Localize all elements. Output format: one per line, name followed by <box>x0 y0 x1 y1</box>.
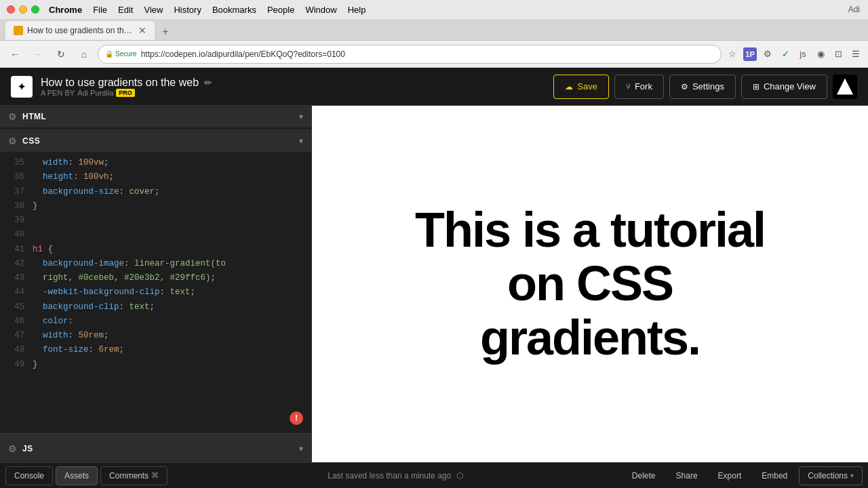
extension-icon-4[interactable]: js <box>796 47 810 61</box>
change-view-button[interactable]: ⊞ Change View <box>741 75 827 99</box>
menu-edit[interactable]: Edit <box>118 5 133 15</box>
export-button[interactable]: Export <box>709 466 751 485</box>
code-line-48: 48 font-size: 6rem; <box>0 343 311 357</box>
js-editor-header: ⚙ JS ▾ <box>0 438 311 460</box>
menu-file[interactable]: File <box>93 5 107 15</box>
external-link-icon[interactable]: ⬡ <box>456 471 463 481</box>
code-line-37: 37 background-size: cover; <box>0 185 311 199</box>
tab-title: How to use gradients on the w... <box>27 26 134 35</box>
pro-badge: PRO <box>116 89 135 97</box>
code-line-41: 41 h1 { <box>0 243 311 257</box>
main-content: ⚙ HTML ▾ ⚙ CSS ▾ 35 width: 100vw; <box>0 106 868 462</box>
tab-close-button[interactable]: ✕ <box>138 25 146 36</box>
extension-icon-5[interactable]: ◉ <box>814 47 827 61</box>
collections-button[interactable]: Collections ▾ <box>799 466 863 485</box>
fork-icon: ⑂ <box>626 82 631 92</box>
preview-content: This is a tutorial on CSS gradients. <box>388 176 792 392</box>
preview-heading-line3: gradients. <box>480 310 700 365</box>
css-label: CSS <box>22 136 40 146</box>
extension-icon-1[interactable]: 1P <box>743 47 757 61</box>
forward-button[interactable]: → <box>28 45 47 64</box>
code-line-46: 46 color: <box>0 314 311 329</box>
extension-icon-3[interactable]: ✓ <box>778 47 792 61</box>
css-collapse-icon[interactable]: ▾ <box>299 136 303 146</box>
reload-button[interactable]: ↻ <box>52 45 71 64</box>
save-button[interactable]: ☁ Save <box>553 75 609 99</box>
bookmark-star-icon[interactable]: ☆ <box>726 47 739 61</box>
url-text: https://codepen.io/adipurdila/pen/EbKQoQ… <box>141 49 714 59</box>
editor-panel: ⚙ HTML ▾ ⚙ CSS ▾ 35 width: 100vw; <box>0 106 312 462</box>
menu-view[interactable]: View <box>144 5 163 15</box>
js-header-left: ⚙ JS <box>8 443 33 454</box>
code-line-39: 39 <box>0 214 311 228</box>
comments-label: Comments <box>109 471 149 481</box>
bottom-bar: Console Assets Comments ⌘ Last saved les… <box>0 462 868 488</box>
fork-label: Fork <box>635 81 652 92</box>
user-name: Adi <box>848 5 860 14</box>
code-line-45: 45 background-clip: text; <box>0 300 311 314</box>
html-collapse-icon[interactable]: ▾ <box>299 112 303 121</box>
assets-label: Assets <box>64 471 89 481</box>
js-collapse-icon[interactable]: ▾ <box>299 444 303 453</box>
code-line-43: 43 right, #0cebeb, #20e3b2, #29ffc6); <box>0 271 311 285</box>
edit-title-icon[interactable]: ✏ <box>204 77 212 88</box>
lock-icon: 🔒 <box>105 50 113 58</box>
menu-history[interactable]: History <box>174 5 201 15</box>
code-line-49: 49 } <box>0 358 311 372</box>
fullscreen-window-button[interactable] <box>31 5 39 14</box>
css-code-area[interactable]: 35 width: 100vw; 36 height: 100vh; 37 ba… <box>0 152 311 376</box>
comments-button[interactable]: Comments ⌘ <box>100 466 167 485</box>
html-header-left: ⚙ HTML <box>8 111 46 122</box>
collections-dropdown-arrow: ▾ <box>850 472 854 479</box>
css-editor-header: ⚙ CSS ▾ <box>0 130 311 152</box>
bottom-action-buttons: Delete Share Export Embed Collections ▾ <box>623 466 863 485</box>
html-gear-icon[interactable]: ⚙ <box>8 111 17 122</box>
code-line-47: 47 width: 50rem; <box>0 329 311 343</box>
new-tab-button[interactable]: + <box>157 24 174 40</box>
console-label: Console <box>14 471 44 481</box>
menu-chrome[interactable]: Chrome <box>49 5 82 15</box>
settings-button[interactable]: ⚙ Settings <box>669 75 736 99</box>
tab-favicon <box>14 26 23 35</box>
address-bar[interactable]: 🔒 Secure https://codepen.io/adipurdila/p… <box>98 45 722 64</box>
pen-author-name: Adi Purdila <box>77 89 113 97</box>
extension-icon-2[interactable]: ⚙ <box>761 47 774 61</box>
save-icon: ☁ <box>565 82 573 92</box>
code-line-44: 44 -webkit-background-clip: text; <box>0 285 311 300</box>
menu-bookmarks[interactable]: Bookmarks <box>212 5 256 15</box>
back-button[interactable]: ← <box>5 45 24 64</box>
css-gear-icon[interactable]: ⚙ <box>8 136 17 146</box>
assets-button[interactable]: Assets <box>56 466 98 485</box>
codepen-logo: ✦ <box>11 76 33 98</box>
pen-author-line: A PEN BY Adi Purdila PRO <box>41 89 545 97</box>
home-button[interactable]: ⌂ <box>75 45 94 64</box>
menu-window[interactable]: Window <box>305 5 336 15</box>
fork-button[interactable]: ⑂ Fork <box>614 75 664 99</box>
change-view-label: Change View <box>764 81 816 92</box>
collections-label: Collections <box>808 471 848 481</box>
tab-bar: How to use gradients on the w... ✕ + <box>0 19 868 41</box>
extension-icon-6[interactable]: ⊡ <box>831 47 845 61</box>
macos-menu: Chrome File Edit View History Bookmarks … <box>49 5 366 15</box>
pen-title-area: How to use gradients on the web ✏ A PEN … <box>41 77 545 97</box>
error-badge: ! <box>290 411 303 425</box>
css-editor-section: ⚙ CSS ▾ 35 width: 100vw; 36 height: 100v… <box>0 130 311 434</box>
code-line-42: 42 background-image: linear-gradient(to <box>0 257 311 271</box>
console-button[interactable]: Console <box>5 466 53 485</box>
menu-help[interactable]: Help <box>348 5 366 15</box>
menu-people[interactable]: People <box>267 5 294 15</box>
active-tab[interactable]: How to use gradients on the w... ✕ <box>5 21 155 40</box>
codepen-logo-right <box>833 75 857 99</box>
close-window-button[interactable] <box>7 5 15 14</box>
nav-bar: ← → ↻ ⌂ 🔒 Secure https://codepen.io/adip… <box>0 41 868 68</box>
titlebar: Chrome File Edit View History Bookmarks … <box>0 0 868 19</box>
extension-icon-7[interactable]: ☰ <box>849 47 863 61</box>
delete-button[interactable]: Delete <box>623 466 665 485</box>
secure-label: Secure <box>115 50 137 58</box>
minimize-window-button[interactable] <box>19 5 27 14</box>
share-button[interactable]: Share <box>667 466 707 485</box>
js-gear-icon[interactable]: ⚙ <box>8 443 17 454</box>
change-view-icon: ⊞ <box>753 82 760 92</box>
embed-button[interactable]: Embed <box>753 466 796 485</box>
js-label: JS <box>22 444 33 453</box>
